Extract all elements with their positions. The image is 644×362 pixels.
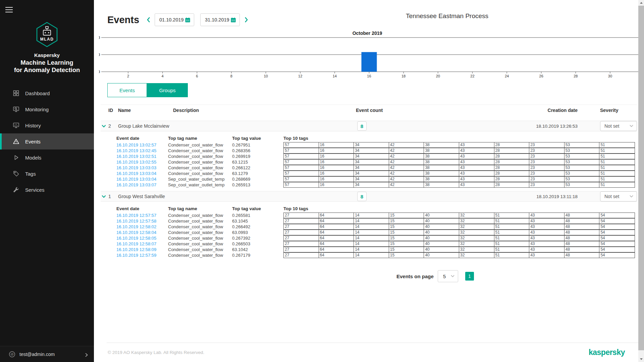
event-date-link[interactable]: 16.10.2019 13:03:04 bbox=[116, 177, 168, 182]
event-row: 16.10.2019 12:58:02Condenser_cool_water_… bbox=[116, 224, 644, 230]
tag-cell: 40 bbox=[424, 230, 459, 235]
tag-cell: 34 bbox=[354, 182, 389, 187]
severity-select[interactable]: Not set bbox=[600, 121, 637, 131]
sidebar-item-tags[interactable]: Tags bbox=[0, 166, 94, 182]
tag-cell: 64 bbox=[319, 253, 354, 258]
event-row: 16.10.2019 12:57:58Condenser_cool_water_… bbox=[116, 218, 644, 224]
group-row[interactable]: 1Group West Sarahville818.10.2019 13:11:… bbox=[101, 191, 637, 202]
tag-cell: 42 bbox=[389, 182, 424, 187]
group-row[interactable]: 2Group Lake Mcclainview818.10.2019 13:26… bbox=[101, 121, 637, 131]
tag-cell: 27 bbox=[284, 253, 319, 258]
tag-cell: 51 bbox=[494, 247, 530, 252]
event-date-link[interactable]: 16.10.2019 13:02:55 bbox=[116, 160, 168, 165]
event-date-link[interactable]: 16.10.2019 13:02:57 bbox=[116, 142, 168, 147]
menu-icon[interactable] bbox=[5, 7, 13, 14]
event-row: 16.10.2019 13:02:57Condenser_cool_water_… bbox=[116, 142, 644, 148]
table-header: ID Name Description Event count Creation… bbox=[101, 105, 637, 115]
tag-cell: 28 bbox=[494, 177, 530, 182]
event-date-link[interactable]: 16.10.2019 12:58:05 bbox=[116, 236, 168, 241]
sidebar-item-monitoring[interactable]: Monitoring bbox=[0, 101, 94, 117]
per-page-select[interactable]: 5 bbox=[438, 270, 458, 282]
tag-cell: 15 bbox=[389, 230, 424, 235]
top-tag-value: 0.268356 bbox=[232, 148, 283, 153]
event-date-link[interactable]: 16.10.2019 12:58:02 bbox=[116, 224, 168, 229]
event-count-badge[interactable]: 8 bbox=[357, 192, 367, 201]
svg-text:24: 24 bbox=[505, 74, 509, 78]
tag-cell: 54 bbox=[599, 213, 635, 218]
scrollbar-thumb[interactable] bbox=[638, 6, 644, 350]
tag-cell: 23 bbox=[529, 160, 565, 165]
tag-cell: 48 bbox=[565, 213, 600, 218]
calendar-icon[interactable] bbox=[185, 17, 191, 23]
tag-cell: 38 bbox=[424, 182, 459, 187]
tag-cell: 64 bbox=[319, 230, 354, 235]
top-tag-name: Condenser_cool_water_flow bbox=[168, 154, 232, 159]
event-row: 16.10.2019 12:57:59Condenser_cool_water_… bbox=[116, 252, 644, 258]
event-date-link[interactable]: 16.10.2019 12:57:57 bbox=[116, 213, 168, 218]
calendar-icon[interactable] bbox=[230, 17, 236, 23]
event-date-link[interactable]: 16.10.2019 13:02:51 bbox=[116, 154, 168, 159]
tag-cell: 28 bbox=[494, 160, 530, 165]
sidebar-item-dashboard[interactable]: Dashboard bbox=[0, 85, 94, 101]
tag-cell: 28 bbox=[494, 154, 530, 159]
top-10-tags: 57163442384328235351 bbox=[283, 159, 635, 165]
event-date-link[interactable]: 16.10.2019 13:03:07 bbox=[116, 182, 168, 187]
severity-select[interactable]: Not set bbox=[600, 191, 637, 201]
event-row: 16.10.2019 13:02:51Condenser_cool_water_… bbox=[116, 154, 644, 159]
chevron-down-icon[interactable] bbox=[101, 195, 108, 198]
chevron-down-icon[interactable] bbox=[101, 125, 108, 128]
date-from-field[interactable] bbox=[155, 13, 194, 26]
tag-cell: 38 bbox=[424, 142, 459, 147]
tag-cell: 48 bbox=[565, 219, 600, 224]
chevron-right-icon[interactable] bbox=[85, 352, 88, 356]
tag-cell: 23 bbox=[529, 165, 565, 170]
tag-cell: 51 bbox=[494, 241, 530, 246]
date-to-input[interactable] bbox=[205, 17, 230, 22]
event-date-link[interactable]: 16.10.2019 13:03:04 bbox=[116, 171, 168, 176]
tag-cell: 23 bbox=[529, 142, 565, 147]
tag-cell: 14 bbox=[354, 236, 389, 241]
sidebar-item-history[interactable]: History bbox=[0, 117, 94, 133]
event-row: 16.10.2019 13:02:55Condenser_cool_water_… bbox=[116, 159, 644, 165]
sidebar-item-services[interactable]: Services bbox=[0, 182, 94, 198]
event-count-badge[interactable]: 8 bbox=[357, 121, 367, 131]
svg-text:@: @ bbox=[10, 352, 14, 356]
tag-cell: 32 bbox=[459, 247, 494, 252]
scroll-down-icon[interactable] bbox=[638, 356, 644, 362]
tab-events[interactable]: Events bbox=[107, 83, 147, 97]
event-date-link[interactable]: 16.10.2019 12:57:58 bbox=[116, 219, 168, 224]
detail-col-header: Top tag name bbox=[168, 206, 232, 211]
services-icon bbox=[13, 186, 19, 193]
top-10-tags: 27641415403251434854 bbox=[283, 247, 635, 252]
account-bar[interactable]: @ test@admin.com bbox=[0, 346, 94, 362]
tab-groups[interactable]: Groups bbox=[147, 83, 188, 97]
event-date-link[interactable]: 16.10.2019 12:57:59 bbox=[116, 253, 168, 258]
sidebar-item-models[interactable]: Models bbox=[0, 149, 94, 166]
top-tag-name: Condenser_cool_water_flow bbox=[168, 160, 232, 165]
page-scrollbar[interactable] bbox=[638, 0, 644, 362]
sidebar-item-events[interactable]: Events bbox=[0, 133, 94, 149]
tag-cell: 27 bbox=[284, 213, 319, 218]
sidebar-item-label: Events bbox=[25, 139, 41, 144]
page-1-button[interactable]: 1 bbox=[465, 272, 474, 281]
tag-cell: 14 bbox=[354, 230, 389, 235]
svg-text:28: 28 bbox=[574, 74, 578, 78]
prev-period-button[interactable] bbox=[145, 16, 152, 23]
event-date-link[interactable]: 16.10.2019 13:02:45 bbox=[116, 148, 168, 153]
top-tag-name: Sep_cool_water_outlet_temp bbox=[168, 177, 232, 182]
event-date-link[interactable]: 16.10.2019 12:58:04 bbox=[116, 230, 168, 235]
tag-cell: 57 bbox=[284, 165, 319, 170]
scroll-up-icon[interactable] bbox=[638, 0, 644, 6]
tag-cell: 15 bbox=[389, 253, 424, 258]
tag-cell: 23 bbox=[529, 171, 565, 176]
event-date-link[interactable]: 16.10.2019 12:58:09 bbox=[116, 247, 168, 252]
next-period-button[interactable] bbox=[243, 16, 250, 23]
top-tag-value: 63.1279 bbox=[232, 171, 283, 176]
top-tag-name: Condenser_cool_water_flow bbox=[168, 171, 232, 176]
tag-cell: 43 bbox=[459, 148, 494, 153]
page-header: Events bbox=[101, 0, 644, 30]
event-date-link[interactable]: 16.10.2019 12:58:07 bbox=[116, 241, 168, 246]
date-to-field[interactable] bbox=[200, 13, 240, 26]
event-date-link[interactable]: 16.10.2019 13:03:03 bbox=[116, 165, 168, 170]
date-from-input[interactable] bbox=[159, 17, 185, 22]
